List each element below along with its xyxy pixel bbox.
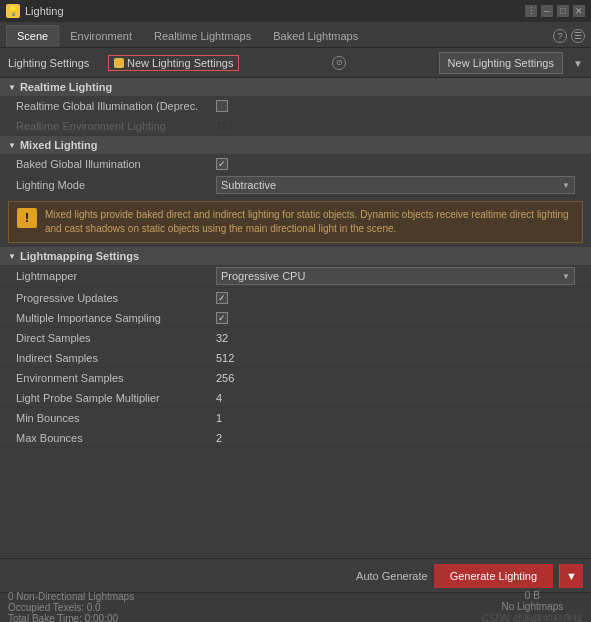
realtime-global-illumination-row: Realtime Global Illumination (Deprec. — [0, 96, 591, 116]
content-area: ▼ Realtime Lighting Realtime Global Illu… — [0, 78, 591, 558]
title-bar-controls: ⋮ ─ □ ✕ — [525, 5, 585, 17]
environment-samples-label: Environment Samples — [16, 372, 216, 384]
realtime-lighting-title: Realtime Lighting — [20, 81, 112, 93]
selector-circle-icon[interactable]: ⊙ — [332, 56, 346, 70]
occupied-texels-text: Occupied Texels: 0.0 — [8, 602, 134, 613]
warning-icon: ! — [17, 208, 37, 228]
lightmapping-triangle: ▼ — [8, 252, 16, 261]
generate-lighting-button[interactable]: Generate Lighting — [434, 564, 553, 588]
size-text: 0 B — [482, 590, 583, 601]
lightmapper-arrow: ▼ — [562, 272, 570, 281]
light-probe-sample-multiplier-row: Light Probe Sample Multiplier 4 — [0, 388, 591, 408]
bottom-bar: Auto Generate Generate Lighting ▼ — [0, 558, 591, 592]
multiple-importance-sampling-label: Multiple Importance Sampling — [16, 312, 216, 324]
lightmapper-row: Lightmapper Progressive CPU ▼ — [0, 265, 591, 288]
mixed-lighting-header[interactable]: ▼ Mixed Lighting — [0, 136, 591, 154]
window-title: Lighting — [25, 5, 64, 17]
light-probe-sample-multiplier-value: 4 — [216, 392, 575, 404]
title-bar: 💡 Lighting ⋮ ─ □ ✕ — [0, 0, 591, 22]
progressive-updates-label: Progressive Updates — [16, 292, 216, 304]
help-icon[interactable]: ? — [553, 29, 567, 43]
min-bounces-row: Min Bounces 1 — [0, 408, 591, 428]
lighting-mode-arrow: ▼ — [562, 181, 570, 190]
tab-environment[interactable]: Environment — [59, 25, 143, 47]
min-bounces-label: Min Bounces — [16, 412, 216, 424]
minimize-button[interactable]: ─ — [541, 5, 553, 17]
baked-global-illumination-checkbox[interactable] — [216, 158, 228, 170]
max-bounces-row: Max Bounces 2 — [0, 428, 591, 448]
realtime-lighting-header[interactable]: ▼ Realtime Lighting — [0, 78, 591, 96]
baked-global-illumination-row: Baked Global Illumination — [0, 154, 591, 174]
realtime-global-illumination-label: Realtime Global Illumination (Deprec. — [16, 100, 216, 112]
lighting-mode-label: Lighting Mode — [16, 179, 216, 191]
settings-dropdown-arrow[interactable]: ▼ — [573, 58, 583, 68]
mixed-lighting-title: Mixed Lighting — [20, 139, 98, 151]
lightmaps-count-text: 0 Non-Directional Lightmaps — [8, 591, 134, 602]
direct-samples-label: Direct Samples — [16, 332, 216, 344]
indirect-samples-label: Indirect Samples — [16, 352, 216, 364]
lighting-settings-row: Lighting Settings 🔆 New Lighting Setting… — [0, 48, 591, 78]
settings-icon[interactable]: ☰ — [571, 29, 585, 43]
tab-realtime-lightmaps[interactable]: Realtime Lightmaps — [143, 25, 262, 47]
multiple-importance-sampling-row: Multiple Importance Sampling — [0, 308, 591, 328]
status-bar: 0 Non-Directional Lightmaps Occupied Tex… — [0, 592, 591, 622]
lighting-mode-row: Lighting Mode Subtractive ▼ — [0, 174, 591, 197]
more-options-button[interactable]: ⋮ — [525, 5, 537, 17]
tab-scene[interactable]: Scene — [6, 25, 59, 47]
title-bar-left: 💡 Lighting — [6, 4, 64, 18]
lightmapping-title: Lightmapping Settings — [20, 250, 139, 262]
lighting-settings-label: Lighting Settings — [8, 57, 98, 69]
direct-samples-value: 32 — [216, 332, 575, 344]
selector-text: New Lighting Settings — [127, 57, 233, 69]
realtime-environment-lighting-label: Realtime Environment Lighting — [16, 120, 216, 132]
realtime-environment-lighting-checkbox — [216, 120, 228, 132]
watermark-text: CSDN @咆哮的程序猿 — [482, 612, 583, 623]
selector-dot-icon: 🔆 — [114, 58, 124, 68]
total-bake-time-text: Total Bake Time: 0:00:00 — [8, 613, 134, 622]
indirect-samples-row: Indirect Samples 512 — [0, 348, 591, 368]
direct-samples-row: Direct Samples 32 — [0, 328, 591, 348]
lighting-mode-dropdown[interactable]: Subtractive ▼ — [216, 176, 575, 194]
environment-samples-value: 256 — [216, 372, 575, 384]
no-lightmaps-text: No Lightmaps — [482, 601, 583, 612]
new-lighting-settings-button[interactable]: New Lighting Settings — [439, 52, 563, 74]
lightmapper-label: Lightmapper — [16, 270, 216, 282]
maximize-button[interactable]: □ — [557, 5, 569, 17]
min-bounces-value: 1 — [216, 412, 575, 424]
mixed-lighting-warning: ! Mixed lights provide baked direct and … — [8, 201, 583, 243]
max-bounces-value: 2 — [216, 432, 575, 444]
max-bounces-label: Max Bounces — [16, 432, 216, 444]
realtime-global-illumination-checkbox[interactable] — [216, 100, 228, 112]
progressive-updates-row: Progressive Updates — [0, 288, 591, 308]
warning-text: Mixed lights provide baked direct and in… — [45, 208, 574, 236]
baked-global-illumination-label: Baked Global Illumination — [16, 158, 216, 170]
status-right: 0 B No Lightmaps CSDN @咆哮的程序猿 — [482, 590, 583, 623]
generate-lighting-dropdown-button[interactable]: ▼ — [559, 564, 583, 588]
environment-samples-row: Environment Samples 256 — [0, 368, 591, 388]
indirect-samples-value: 512 — [216, 352, 575, 364]
mixed-lighting-triangle: ▼ — [8, 141, 16, 150]
realtime-environment-lighting-row: Realtime Environment Lighting — [0, 116, 591, 136]
status-left: 0 Non-Directional Lightmaps Occupied Tex… — [8, 591, 134, 622]
light-probe-sample-multiplier-label: Light Probe Sample Multiplier — [16, 392, 216, 404]
lightmapper-value: Progressive CPU — [221, 270, 305, 282]
tab-baked-lightmaps[interactable]: Baked Lightmaps — [262, 25, 369, 47]
realtime-lighting-triangle: ▼ — [8, 83, 16, 92]
lightmapper-dropdown[interactable]: Progressive CPU ▼ — [216, 267, 575, 285]
multiple-importance-sampling-checkbox[interactable] — [216, 312, 228, 324]
close-button[interactable]: ✕ — [573, 5, 585, 17]
lighting-settings-selector[interactable]: 🔆 New Lighting Settings — [108, 55, 239, 71]
tab-bar: Scene Environment Realtime Lightmaps Bak… — [0, 22, 591, 48]
lighting-icon: 💡 — [6, 4, 20, 18]
lightmapping-settings-header[interactable]: ▼ Lightmapping Settings — [0, 247, 591, 265]
progressive-updates-checkbox[interactable] — [216, 292, 228, 304]
lighting-mode-value: Subtractive — [221, 179, 276, 191]
auto-generate-label: Auto Generate — [356, 570, 428, 582]
